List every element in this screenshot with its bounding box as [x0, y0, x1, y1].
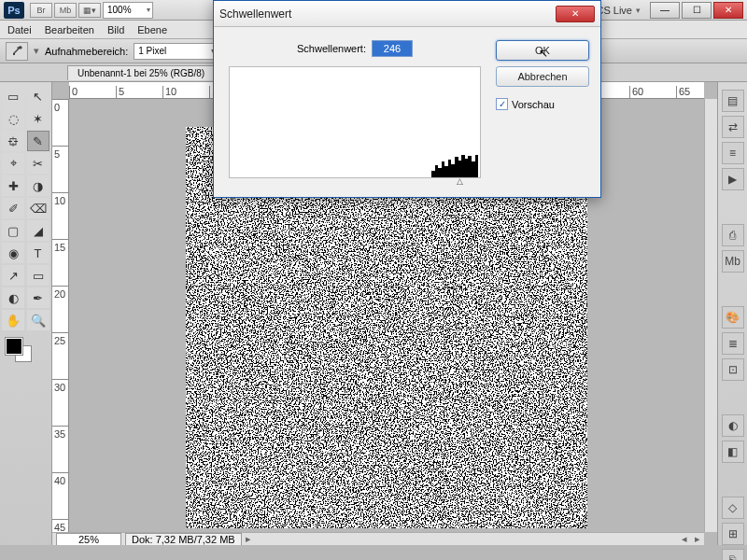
sample-size-dropdown[interactable]: 1 Pixel: [134, 43, 218, 60]
move-tool[interactable]: ▭: [2, 86, 24, 106]
menu-bild[interactable]: Bild: [107, 24, 124, 35]
menu-datei[interactable]: Datei: [7, 24, 32, 35]
scrollbar-vertical[interactable]: [704, 99, 717, 532]
layers-panel-icon[interactable]: ◇: [722, 497, 744, 519]
styles-panel-icon[interactable]: ⊡: [722, 358, 744, 381]
minibridge-button[interactable]: Mb: [54, 3, 77, 18]
ruler-vertical[interactable]: 051015202530354045: [52, 99, 69, 532]
cancel-button[interactable]: Abbrechen: [496, 66, 589, 87]
channels-panel-icon[interactable]: ⊞: [722, 523, 744, 545]
blur-tool[interactable]: ▢: [2, 220, 24, 241]
wand-tool[interactable]: ✶: [27, 108, 49, 129]
right-dock: ▤ ⇄ ≡ ▶ ⎙ Mb 🎨 ≣ ⊡ ◐ ◧ ◇ ⊞ ⎘: [717, 82, 747, 545]
threshold-label: Schwellenwert:: [297, 43, 366, 54]
histogram[interactable]: △: [229, 66, 481, 178]
brush-tool[interactable]: ✂: [27, 153, 49, 174]
ok-button[interactable]: OK: [496, 40, 589, 61]
history-brush-tool[interactable]: ◑: [27, 175, 49, 196]
zoom-tool[interactable]: 🔍: [27, 310, 49, 330]
dodge-tool[interactable]: ◢: [27, 220, 49, 241]
app-logo-icon: Ps: [4, 2, 24, 19]
path-tool[interactable]: ↗: [2, 265, 24, 286]
threshold-input[interactable]: [372, 40, 413, 57]
lasso-tool[interactable]: ◌: [2, 108, 24, 129]
menu-bearbeiten[interactable]: Bearbeiten: [45, 24, 94, 35]
heal-tool[interactable]: ⌖: [2, 153, 24, 174]
doc-size[interactable]: Dok: 7,32 MB/7,32 MB: [125, 533, 242, 546]
checkbox-icon: ✓: [496, 98, 508, 110]
bridge-button[interactable]: Br: [30, 3, 52, 18]
paths-panel-icon[interactable]: ⎘: [722, 549, 744, 560]
scroll-right-icon[interactable]: ▸: [695, 533, 700, 545]
eraser-tool[interactable]: ✐: [2, 198, 24, 218]
color-swatches[interactable]: [2, 338, 49, 368]
zoom-level[interactable]: 25%: [56, 533, 121, 546]
menu-ebene[interactable]: Ebene: [137, 24, 167, 35]
properties-panel-icon[interactable]: ≡: [722, 142, 744, 164]
minibridge-panel-icon[interactable]: Mb: [722, 250, 744, 273]
eyedropper-tool-icon[interactable]: [6, 42, 28, 61]
status-bar: 25% Dok: 7,32 MB/7,32 MB ▸ ◂ ▸: [52, 532, 704, 545]
masks-panel-icon[interactable]: ◧: [722, 441, 744, 463]
close-button[interactable]: ✕: [713, 2, 743, 19]
stamp-tool[interactable]: ✚: [2, 175, 24, 196]
dialog-titlebar[interactable]: Schwellenwert ✕: [214, 1, 600, 27]
marquee-tool[interactable]: ↖: [27, 86, 49, 106]
toolbox: ▭ ↖ ◌ ✶ ⯐ ✎ ⌖ ✂ ✚ ◑ ✐ ⌫ ▢ ◢ ◉ T ↗ ▭ ◐ ✒ …: [0, 82, 52, 545]
chevron-down-icon: ▾: [636, 6, 641, 15]
dialog-title: Schwellenwert: [219, 7, 556, 21]
pen-tool[interactable]: ◉: [2, 243, 24, 263]
color-panel-icon[interactable]: 🎨: [722, 306, 744, 329]
maximize-button[interactable]: ☐: [682, 2, 712, 19]
minimize-button[interactable]: —: [650, 2, 680, 19]
preview-label: Vorschau: [512, 99, 555, 110]
history-panel-icon[interactable]: ▤: [722, 90, 744, 112]
animation-panel-icon[interactable]: ▶: [722, 168, 744, 190]
brush-panel-icon[interactable]: ⎙: [722, 224, 744, 246]
chevron-right-icon[interactable]: ▸: [246, 533, 251, 545]
preview-checkbox[interactable]: ✓ Vorschau: [496, 98, 589, 110]
shape-tool[interactable]: ▭: [27, 265, 49, 286]
threshold-slider-icon[interactable]: △: [457, 176, 463, 186]
crop-tool[interactable]: ⯐: [2, 131, 24, 151]
cslive-button[interactable]: CS Live: [596, 5, 632, 16]
eyedropper-tool[interactable]: ✎: [27, 131, 49, 151]
actions-panel-icon[interactable]: ⇄: [722, 116, 744, 138]
type-tool[interactable]: T: [27, 243, 49, 263]
fg-color-swatch[interactable]: [6, 338, 22, 355]
zoom-dropdown[interactable]: 100%: [103, 2, 153, 19]
dialog-close-button[interactable]: ✕: [556, 6, 595, 22]
hand-tool[interactable]: ✋: [2, 310, 24, 330]
sample-size-label: Aufnahmebereich:: [45, 46, 128, 57]
scroll-left-icon[interactable]: ◂: [682, 533, 687, 545]
gradient-tool[interactable]: ⌫: [27, 198, 49, 218]
document-tab[interactable]: Unbenannt-1 bei 25% (RGB/8): [67, 65, 215, 80]
threshold-dialog: Schwellenwert ✕ Schwellenwert: △ OK Abbr…: [213, 0, 601, 198]
adjust-panel-icon[interactable]: ◐: [722, 414, 744, 437]
3d-cam-tool[interactable]: ✒: [27, 287, 49, 308]
swatches-panel-icon[interactable]: ≣: [722, 332, 744, 355]
3d-tool[interactable]: ◐: [2, 287, 24, 308]
viewextras-button[interactable]: ▦▾: [78, 3, 101, 18]
